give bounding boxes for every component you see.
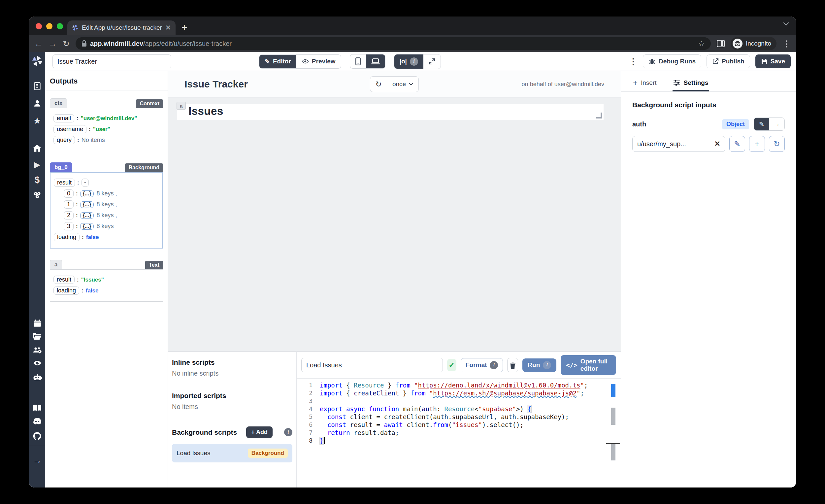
open-full-editor-button[interactable]: </> Open full editor — [561, 355, 616, 375]
output-row[interactable]: username:"user" — [54, 125, 159, 133]
info-icon[interactable]: i — [284, 428, 292, 436]
side-panel-icon[interactable] — [717, 40, 725, 47]
key-pill[interactable]: email — [54, 114, 74, 123]
object-pill[interactable]: {...} — [80, 212, 94, 219]
github-icon[interactable] — [29, 432, 45, 441]
minimize-window-button[interactable] — [46, 23, 53, 29]
folders-icon[interactable] — [29, 332, 45, 340]
index-pill[interactable]: 3 — [64, 222, 74, 230]
refresh-mode-dropdown[interactable]: once — [387, 80, 419, 88]
object-pill[interactable]: {...} — [80, 191, 94, 197]
desktop-view-button[interactable] — [366, 55, 385, 68]
output-tab-ctx[interactable]: ctx — [50, 98, 67, 108]
ai-robot-icon[interactable] — [29, 373, 45, 382]
docs-book-icon[interactable] — [29, 404, 45, 412]
code-line[interactable]: 7 return result.data; — [297, 429, 621, 437]
audit-eye-icon[interactable] — [29, 359, 45, 367]
output-tab-bg0[interactable]: bg_0 — [50, 162, 72, 172]
favorites-star-icon[interactable]: ★ — [29, 116, 45, 126]
window-controls[interactable] — [35, 23, 63, 29]
refresh-icon[interactable]: ↻ — [370, 77, 387, 92]
output-row[interactable]: email:"user@windmill.dev" — [54, 114, 159, 123]
output-row[interactable]: 2:{...}8 keys , — [64, 211, 159, 219]
code-line[interactable]: 8} — [297, 437, 621, 445]
browser-tab[interactable]: Edit App u/user/issue-tracker | ✕ — [67, 20, 175, 35]
key-pill[interactable]: query — [54, 136, 75, 144]
mobile-view-button[interactable] — [350, 55, 366, 68]
workspace-icon[interactable] — [29, 82, 45, 90]
code-editor[interactable]: 1import { Resource } from "https://deno.… — [297, 378, 621, 488]
key-pill[interactable]: result — [54, 276, 75, 284]
scrollbar-thumb[interactable] — [611, 444, 615, 460]
output-row[interactable]: loading:false — [54, 233, 159, 241]
editor-mode-button[interactable]: ✎ Editor — [259, 55, 296, 68]
groups-icon[interactable] — [29, 346, 45, 355]
discord-icon[interactable] — [29, 418, 45, 425]
runs-play-icon[interactable]: ▶ — [29, 160, 45, 169]
key-pill[interactable]: result — [54, 178, 75, 187]
code-line[interactable]: 5 const client = createClient(auth.supab… — [297, 413, 621, 421]
collapse-toggle[interactable]: - — [81, 178, 89, 187]
output-row[interactable]: query:No items — [54, 136, 159, 144]
collapse-rail-arrow-icon[interactable]: → — [29, 455, 45, 466]
code-line[interactable]: 2import { createClient } from "https://e… — [297, 389, 621, 397]
browser-menu-kebab-icon[interactable]: ⋮ — [782, 40, 791, 48]
code-line[interactable]: 6 const result = await client.from("issu… — [297, 421, 621, 429]
reload-icon[interactable]: ↻ — [63, 40, 70, 48]
maximize-window-button[interactable] — [57, 23, 63, 29]
save-button[interactable]: Save — [755, 55, 791, 68]
add-background-script-button[interactable]: + Add — [246, 426, 273, 438]
variables-dollar-icon[interactable]: $ — [29, 175, 45, 185]
output-row[interactable]: loading:false — [54, 286, 159, 295]
output-tab-a[interactable]: a — [50, 260, 62, 269]
delete-script-button[interactable] — [507, 358, 518, 372]
new-tab-button[interactable]: + — [181, 22, 188, 33]
output-row[interactable]: result:- — [54, 178, 159, 187]
resize-handle-icon[interactable] — [596, 113, 602, 119]
publish-button[interactable]: Publish — [706, 55, 750, 68]
app-name-input[interactable] — [53, 55, 171, 68]
component-id-tag[interactable]: a — [176, 102, 186, 110]
home-icon[interactable] — [29, 144, 45, 152]
key-pill[interactable]: loading — [54, 286, 79, 295]
user-icon[interactable] — [29, 99, 45, 107]
tab-insert[interactable]: + Insert — [632, 76, 657, 91]
output-row[interactable]: 3:{...}8 keys — [64, 222, 159, 230]
edit-resource-button[interactable]: ✎ — [729, 136, 745, 152]
preview-mode-button[interactable]: Preview — [296, 55, 341, 68]
address-bar[interactable]: app.windmill.dev/apps/edit/u/user/issue-… — [76, 37, 711, 50]
back-icon[interactable]: ← — [34, 40, 43, 48]
add-resource-button[interactable]: + — [749, 136, 765, 152]
text-component[interactable]: a Issues — [177, 104, 604, 120]
code-line[interactable]: 1import { Resource } from "https://deno.… — [297, 381, 621, 389]
forward-icon[interactable]: → — [49, 40, 57, 48]
key-pill[interactable]: loading — [54, 233, 80, 241]
bookmark-star-icon[interactable]: ☆ — [698, 39, 705, 48]
windmill-logo-icon[interactable] — [29, 56, 45, 67]
index-pill[interactable]: 0 — [64, 190, 74, 198]
output-row[interactable]: result:"Issues" — [54, 276, 159, 284]
connect-mode-button[interactable]: → — [769, 118, 784, 130]
index-pill[interactable]: 1 — [64, 200, 74, 209]
canvas-grid[interactable]: a Issues — [168, 98, 621, 352]
toolbar-kebab-icon[interactable]: ⋮ — [629, 57, 638, 67]
format-button[interactable]: Format i — [461, 358, 503, 372]
code-line[interactable]: 4export async function main(auth: Resour… — [297, 405, 621, 413]
debug-runs-button[interactable]: Debug Runs — [643, 55, 701, 68]
refresh-resource-button[interactable]: ↻ — [769, 136, 785, 152]
fullscreen-button[interactable] — [424, 55, 441, 69]
background-script-item[interactable]: Load Issues Background — [172, 444, 292, 462]
object-pill[interactable]: {...} — [80, 223, 94, 230]
output-row[interactable]: 1:{...}8 keys , — [64, 200, 159, 209]
run-button[interactable]: Run i — [522, 358, 556, 372]
code-line[interactable]: 3 — [297, 397, 621, 405]
show-outputs-button[interactable]: |o| i — [394, 55, 424, 69]
close-window-button[interactable] — [35, 23, 42, 29]
key-pill[interactable]: username — [54, 125, 86, 133]
output-row[interactable]: 0:{...}8 keys , — [64, 190, 159, 198]
tab-settings[interactable]: Settings — [673, 76, 709, 91]
tab-close-icon[interactable]: ✕ — [165, 24, 171, 32]
clear-icon[interactable]: ✕ — [715, 140, 721, 148]
index-pill[interactable]: 2 — [64, 211, 74, 219]
object-pill[interactable]: {...} — [80, 201, 94, 208]
